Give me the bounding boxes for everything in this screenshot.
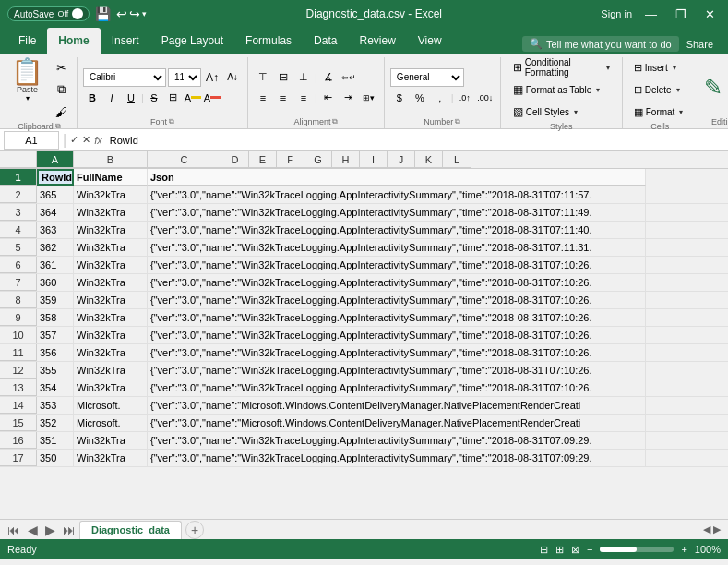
align-right-button[interactable]: ≡ [294,89,313,107]
list-item[interactable]: 363 [37,222,74,238]
list-item[interactable]: {"ver":"3.0","name":"Win32kTraceLogging.… [148,362,646,379]
autosave-toggle[interactable]: AutoSave Off [7,6,90,21]
alignment-expand[interactable]: ⧉ [332,117,338,126]
list-item[interactable]: 354 [37,379,74,396]
tab-formulas[interactable]: Formulas [234,28,303,54]
row-number[interactable]: 15 [0,415,37,431]
row-number[interactable]: 17 [0,450,37,466]
insert-button[interactable]: ⊞ Insert ▾ [628,57,689,78]
list-item[interactable]: Win32kTra [74,186,148,203]
decrease-decimal-button[interactable]: .00↓ [476,89,495,107]
cut-button[interactable]: ✂ [51,57,71,78]
delete-button[interactable]: ⊟ Delete ▾ [628,79,689,100]
copy-button[interactable]: ⧉ [51,79,71,100]
currency-button[interactable]: $ [390,89,409,107]
list-item[interactable]: {"ver":"3.0","name":"Microsoft.Windows.C… [148,415,646,431]
tab-review[interactable]: Review [348,28,406,54]
conditional-formatting-button[interactable]: ⊞ Conditional Formatting ▾ [507,57,616,78]
list-item[interactable]: Microsoft. [74,415,148,431]
row-number[interactable]: 10 [0,327,37,343]
list-item[interactable]: 351 [37,432,74,449]
restore-button[interactable]: ❐ [670,6,692,23]
delete-dropdown[interactable]: ▾ [676,86,680,94]
list-item[interactable]: Microsoft. [74,397,148,414]
align-top-button[interactable]: ⊤ [254,68,272,87]
font-name-select[interactable]: Calibri [83,68,166,87]
col-header-l[interactable]: L [443,151,471,168]
align-bottom-button[interactable]: ⊥ [294,68,313,87]
tab-home[interactable]: Home [47,28,100,54]
percent-button[interactable]: % [411,89,429,107]
list-item[interactable]: 356 [37,344,74,361]
list-item[interactable]: 360 [37,274,74,291]
text-direction-button[interactable]: ∡ [319,68,338,87]
list-item[interactable]: Win32kTra [74,274,148,291]
list-item[interactable]: 358 [37,309,74,326]
list-item[interactable]: {"ver":"3.0","name":"Win32kTraceLogging.… [148,432,646,449]
decrease-font-button[interactable]: A↓ [223,68,242,87]
list-item[interactable]: Win32kTra [74,239,148,256]
col-header-g[interactable]: G [304,151,332,168]
formula-input[interactable] [106,131,724,150]
table-row[interactable]: 15352Microsoft.{"ver":"3.0","name":"Micr… [0,415,728,432]
font-expand[interactable]: ⧉ [169,117,174,126]
row-number[interactable]: 2 [0,186,37,203]
col-header-c[interactable]: C [148,151,221,168]
col-header-e[interactable]: E [249,151,277,168]
number-expand[interactable]: ⧉ [455,117,460,126]
row-number[interactable]: 12 [0,362,37,379]
sheet-tab-prev[interactable]: ◀ [24,523,42,537]
list-item[interactable]: 364 [37,204,74,221]
cell-reference-box[interactable] [4,131,59,150]
format-dropdown[interactable]: ▾ [679,108,683,116]
close-button[interactable]: ✕ [699,6,721,23]
row-number[interactable]: 16 [0,432,37,449]
list-item[interactable]: {"ver":"3.0","name":"Win32kTraceLogging.… [148,239,646,256]
table-row[interactable]: 14353Microsoft.{"ver":"3.0","name":"Micr… [0,397,728,415]
table-row[interactable]: 1RowIdFullNameJson [0,169,728,186]
tab-file[interactable]: File [7,28,47,54]
list-item[interactable]: 362 [37,239,74,256]
row-number[interactable]: 7 [0,274,37,291]
row-number[interactable]: 3 [0,204,37,221]
row-number[interactable]: 13 [0,379,37,396]
check-icon[interactable]: ✓ [70,134,78,146]
zoom-in-icon[interactable]: + [681,544,686,555]
list-item[interactable]: {"ver":"3.0","name":"Win32kTraceLogging.… [148,450,646,466]
format-button[interactable]: ▦ Format ▾ [628,102,689,122]
list-item[interactable]: {"ver":"3.0","name":"Win32kTraceLogging.… [148,274,646,291]
align-middle-button[interactable]: ⊟ [274,68,292,87]
list-item[interactable]: RowId [37,169,74,186]
col-header-d[interactable]: D [221,151,249,168]
col-header-j[interactable]: J [388,151,415,168]
table-row[interactable]: 7360Win32kTra{"ver":"3.0","name":"Win32k… [0,274,728,292]
list-item[interactable]: {"ver":"3.0","name":"Win32kTraceLogging.… [148,327,646,343]
table-row[interactable]: 5362Win32kTra{"ver":"3.0","name":"Win32k… [0,239,728,257]
number-format-select[interactable]: General [390,68,464,87]
col-header-h[interactable]: H [332,151,360,168]
font-color-button[interactable]: A [203,89,221,107]
clipboard-expand[interactable]: ⧉ [55,122,61,131]
increase-decimal-button[interactable]: .0↑ [456,89,474,107]
list-item[interactable]: 353 [37,397,74,414]
list-item[interactable]: Win32kTra [74,257,148,273]
wrap-text-button[interactable]: ⇦↵ [340,68,358,87]
list-item[interactable]: {"ver":"3.0","name":"Win32kTraceLogging.… [148,204,646,221]
comma-button[interactable]: , [431,89,449,107]
list-item[interactable]: Win32kTra [74,344,148,361]
align-left-button[interactable]: ≡ [254,89,272,107]
row-number[interactable]: 9 [0,309,37,326]
list-item[interactable]: 352 [37,415,74,431]
list-item[interactable]: {"ver":"3.0","name":"Microsoft.Windows.C… [148,397,646,414]
list-item[interactable]: Win32kTra [74,204,148,221]
signin-button[interactable]: Sign in [601,8,632,19]
increase-font-button[interactable]: A↑ [203,68,221,87]
list-item[interactable]: 361 [37,257,74,273]
borders-button[interactable]: ⊞ [164,89,183,107]
table-row[interactable]: 10357Win32kTra{"ver":"3.0","name":"Win32… [0,327,728,344]
save-icon[interactable]: 💾 [95,6,111,21]
cell-styles-button[interactable]: ▧ Cell Styles ▾ [507,102,616,122]
table-row[interactable]: 17350Win32kTra{"ver":"3.0","name":"Win32… [0,450,728,467]
table-row[interactable]: 4363Win32kTra{"ver":"3.0","name":"Win32k… [0,222,728,239]
list-item[interactable]: Win32kTra [74,362,148,379]
